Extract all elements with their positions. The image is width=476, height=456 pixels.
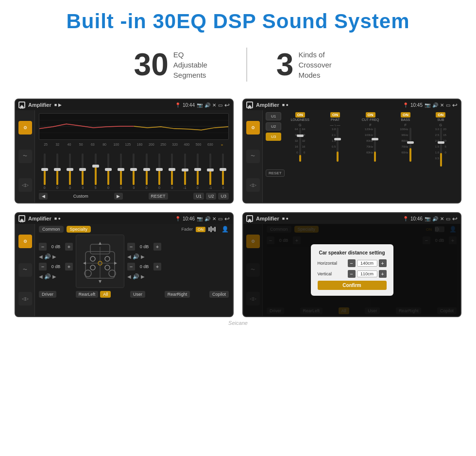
speaker-db3-plus[interactable]: +: [153, 243, 161, 251]
speaker-sidebar-btn1[interactable]: ⚙: [18, 235, 32, 248]
speaker-fader-on[interactable]: ON: [196, 227, 205, 232]
channel-loudness-on[interactable]: ON: [295, 112, 305, 118]
channel-cutfreq-slider[interactable]: [374, 128, 376, 162]
position-row-left: RearLeft All: [76, 291, 111, 298]
eq-prev-btn[interactable]: ◀: [39, 193, 48, 200]
eq-graph: [39, 113, 229, 140]
dialog-horizontal-plus[interactable]: +: [379, 259, 387, 267]
home-icon[interactable]: [18, 101, 25, 108]
crossover-sidebar-btn2[interactable]: 〜: [246, 150, 260, 163]
eq-sidebar-wave-btn[interactable]: 〜: [18, 150, 32, 163]
slider-7[interactable]: 0: [116, 153, 127, 189]
speaker-db4-plus[interactable]: +: [153, 263, 161, 270]
dialog-horizontal-minus[interactable]: −: [348, 259, 356, 267]
speaker-rearright-btn[interactable]: RearRight: [165, 291, 190, 298]
slider-14[interactable]: -1: [204, 153, 216, 189]
slider-5[interactable]: 5: [90, 153, 101, 189]
dialog-status-bar: Amplifier ■ ● 📍 10:46 📷 🔊 ✕ ▭ ↩: [243, 213, 460, 224]
channel-loudness-nums: 644832160: [295, 128, 298, 154]
speaker-db-row-3: − 0 dB +: [127, 243, 161, 251]
slider-1[interactable]: 0: [39, 153, 50, 189]
slider-6[interactable]: 0: [102, 153, 114, 189]
speaker-sidebar-btn3[interactable]: ◁▷: [18, 292, 32, 305]
channel-phat-on[interactable]: ON: [330, 112, 340, 118]
speaker-sidebar-btn2[interactable]: 〜: [18, 263, 32, 277]
eq-sidebar-eq-btn[interactable]: ⚙: [18, 121, 32, 135]
speaker-status-bar: Amplifier ■ ● 📍 10:46 📷 🔊 ✕ ▭ ↩: [16, 213, 233, 224]
speaker-speaker-icon4: 🔊: [133, 273, 139, 280]
crossover-sidebar-btn1[interactable]: ⚙: [246, 121, 260, 135]
speaker-save-icon: ■ ●: [54, 216, 61, 221]
speaker-db4-minus[interactable]: −: [127, 263, 135, 270]
speaker-db4-value: 0 dB: [137, 264, 152, 269]
speaker-db1-plus[interactable]: +: [65, 243, 73, 251]
speaker-db3-value: 0 dB: [137, 244, 152, 249]
eq-back-icon[interactable]: ↩: [224, 101, 230, 109]
eq-reset-btn[interactable]: RESET: [149, 193, 168, 200]
crossover-reset-btn[interactable]: RESET: [266, 169, 285, 177]
eq-play-btn[interactable]: ▶: [114, 193, 123, 200]
slider-13[interactable]: 0: [192, 153, 203, 189]
channel-sub-on[interactable]: ON: [436, 112, 445, 118]
dialog-back-icon[interactable]: ↩: [452, 215, 458, 222]
dialog-vertical-plus[interactable]: +: [379, 270, 387, 278]
preset-u1[interactable]: U1: [266, 112, 281, 120]
slider-8[interactable]: 0: [128, 153, 139, 189]
speaker-db2-value: 0 dB: [49, 264, 63, 269]
crossover-home-icon[interactable]: [246, 101, 253, 108]
dialog-home-icon[interactable]: [246, 215, 253, 222]
slider-15[interactable]: 0: [218, 153, 229, 189]
preset-u2[interactable]: U2: [266, 122, 281, 131]
channel-loudness-slider[interactable]: [299, 128, 301, 162]
eq-u3-btn[interactable]: U3: [218, 193, 229, 200]
channel-phat-slider[interactable]: [337, 128, 339, 162]
speaker-user-icon: 👤: [221, 226, 229, 233]
slider-10[interactable]: 0: [153, 153, 165, 189]
channel-sub-slider[interactable]: [440, 128, 442, 167]
slider-11[interactable]: 0: [167, 153, 178, 189]
speaker-specialty-tab[interactable]: Specialty: [67, 226, 91, 233]
speaker-controls-left: − 0 dB + ◀ 🔊 ▶ − 0 dB: [39, 243, 73, 280]
speaker-db1-minus[interactable]: −: [39, 243, 47, 251]
eq-sound-icon: 🔊: [204, 102, 210, 108]
speaker-db3-minus[interactable]: −: [127, 243, 135, 251]
eq-sidebar: ⚙ 〜 ◁▷: [16, 110, 35, 203]
preset-u3[interactable]: U3: [266, 133, 281, 141]
slider-2[interactable]: 0: [51, 153, 63, 189]
speaker-user-btn[interactable]: User: [130, 291, 145, 298]
speaker-arrow-left3: ◀: [127, 254, 131, 259]
eq-sidebar-vol-btn[interactable]: ◁▷: [18, 178, 32, 192]
speaker-home-icon[interactable]: [18, 215, 25, 222]
speaker-back-icon[interactable]: ↩: [224, 215, 230, 222]
crossover-back-icon[interactable]: ↩: [452, 101, 458, 109]
speaker-driver-btn[interactable]: Driver: [39, 291, 56, 298]
eq-custom-label: Custom: [73, 194, 88, 199]
channel-cutfreq-on[interactable]: ON: [366, 112, 375, 118]
fader-bars: [208, 226, 216, 232]
speaker-common-tab[interactable]: Common: [39, 226, 64, 233]
eq-u1-btn[interactable]: U1: [193, 193, 204, 200]
speaker-status-right: 📍 10:46 📷 🔊 ✕ ▭ ↩: [175, 215, 230, 222]
crossover-camera-icon: 📷: [425, 102, 430, 108]
speaker-copilot-btn[interactable]: Copilot: [209, 291, 229, 298]
slider-9[interactable]: 0: [141, 153, 152, 189]
slider-12[interactable]: -1: [179, 153, 190, 189]
channels-area: ON LOUDNESS G 644832160: [283, 112, 458, 167]
speaker-db2-minus[interactable]: −: [39, 263, 47, 270]
dialog-vertical-row: Vertical − 110cm +: [318, 270, 387, 278]
channel-bass-on[interactable]: ON: [401, 112, 410, 118]
eq-screen-content: ⚙ 〜 ◁▷: [16, 110, 233, 203]
confirm-button[interactable]: Confirm: [318, 281, 387, 290]
eq-u2-btn[interactable]: U2: [206, 193, 217, 200]
dialog-vertical-minus[interactable]: −: [348, 270, 356, 278]
dialog-horizontal-value: 140cm: [357, 260, 377, 267]
slider-3[interactable]: 0: [65, 153, 76, 189]
crossover-status-right: 📍 10:45 📷 🔊 ✕ ▭ ↩: [403, 101, 458, 109]
crossover-sidebar-btn3[interactable]: ◁▷: [246, 178, 260, 192]
channel-bass-slider[interactable]: [409, 128, 411, 162]
speaker-all-btn[interactable]: All: [100, 291, 111, 298]
slider-4[interactable]: 0: [77, 153, 88, 189]
speaker-rearleft-btn[interactable]: RearLeft: [76, 291, 99, 298]
dialog-sound-icon: 🔊: [432, 216, 438, 221]
speaker-db2-plus[interactable]: +: [65, 263, 73, 270]
